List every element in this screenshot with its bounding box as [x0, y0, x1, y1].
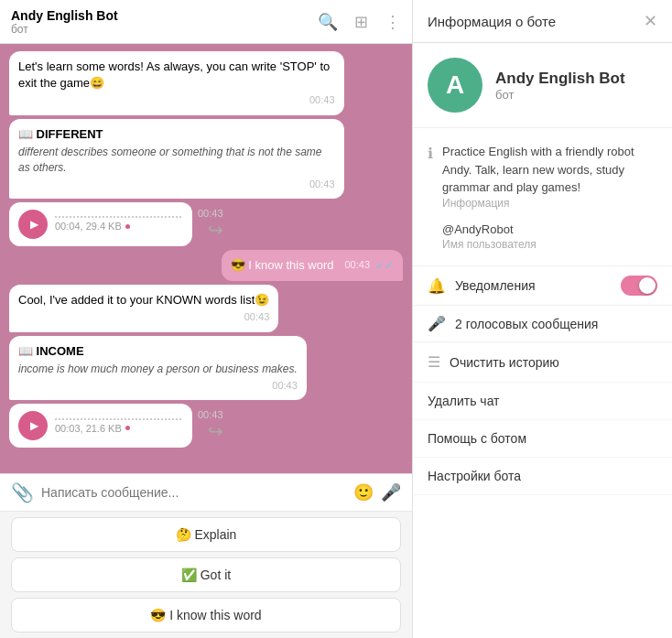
header-icons: 🔍 ⊞ ⋮	[318, 12, 401, 32]
close-button[interactable]: ✕	[644, 11, 657, 31]
word-title: 📖 DIFFERENT	[18, 126, 335, 143]
forward-icon-2[interactable]: ↪	[208, 420, 223, 442]
bot-description-section: ℹ Practice English with a friendly robot…	[413, 128, 672, 266]
description-content: Practice English with a friendly robot A…	[442, 143, 657, 210]
word-bubble: 📖 DIFFERENT different describes someone …	[9, 119, 344, 199]
message-time: 00:43	[18, 379, 298, 393]
description-row: ℹ Practice English with a friendly robot…	[428, 137, 657, 215]
message-time: 00:43	[18, 178, 335, 191]
bot-role: бот	[495, 88, 625, 102]
menu-item-label: Настройки бота	[428, 469, 521, 483]
chat-panel: Andy English Bot бот 🔍 ⊞ ⋮ Let's learn s…	[0, 0, 412, 638]
menu-item-delete[interactable]: Удалить чат	[413, 383, 672, 420]
bot-info-panel: Информация о боте ✕ A Andy English Bot б…	[412, 0, 672, 638]
audio-meta: 00:04, 29.4 KB	[55, 221, 183, 232]
list-icon: ☰	[428, 353, 440, 371]
message-input-area: 📎 🙂 🎤	[0, 473, 412, 511]
chat-bot-status: бот	[11, 23, 118, 36]
username-content: @AndyRobot Имя пользователя	[442, 221, 537, 252]
notifications-toggle[interactable]	[621, 276, 657, 296]
message-time: 00:43	[18, 93, 335, 107]
emoji-icon[interactable]: 🙂	[353, 482, 374, 503]
audio-duration: 00:04, 29.4 KB	[55, 221, 122, 232]
word-definition: different describes someone or something…	[18, 145, 335, 176]
avatar-letter: A	[446, 70, 464, 100]
header-title-area: Andy English Bot бот	[11, 8, 118, 36]
notifications-label: Уведомления	[455, 278, 536, 293]
menu-item-help[interactable]: Помощь с ботом	[413, 420, 672, 458]
audio-duration-2: 00:03, 21.6 KB	[55, 423, 122, 434]
menu-item-label: Очистить историю	[450, 355, 559, 370]
bot-menu-section: ☰ Очистить историю Удалить чат Помощь с …	[413, 342, 672, 495]
menu-item-label: Помощь с ботом	[428, 431, 526, 446]
voice-messages-row: 🎤 2 голосовых сообщения	[413, 306, 672, 342]
description-label: Информация	[442, 197, 657, 210]
username-label: Имя пользователя	[442, 238, 537, 251]
audio-play-button[interactable]: ▶	[18, 210, 48, 239]
forward-icon[interactable]: ↪	[208, 219, 223, 241]
message-bubble: Let's learn some words! As always, you c…	[9, 51, 344, 115]
chat-bot-name: Andy English Bot	[11, 8, 118, 23]
menu-item-settings[interactable]: Настройки бота	[413, 458, 672, 495]
message-text: Let's learn some words! As always, you c…	[18, 59, 330, 90]
bot-username: @AndyRobot	[442, 221, 537, 239]
waveform-visual-2	[55, 418, 183, 420]
audio-message-row: ▶ 00:04, 29.4 KB 00:43 ↪	[9, 202, 223, 246]
message-bubble: Cool, I've added it to your KNOWN words …	[9, 285, 278, 332]
audio-time: 00:43	[198, 208, 223, 219]
message-text: 😎 I know this word	[231, 257, 334, 274]
bell-icon: 🔔	[428, 277, 446, 295]
play-icon: ▶	[30, 218, 38, 231]
audio-dot	[125, 224, 130, 229]
audio-message-row-2: ▶ 00:03, 21.6 KB 00:43 ↪	[9, 404, 223, 448]
right-panel-title: Информация о боте	[428, 14, 556, 29]
layout-icon[interactable]: ⊞	[354, 12, 368, 32]
word-definition: income is how much money a person or bus…	[18, 362, 298, 377]
bot-description: Practice English with a friendly robot A…	[442, 143, 657, 197]
message-text: Cool, I've added it to your KNOWN words …	[18, 293, 269, 307]
info-icon: ℹ	[428, 145, 433, 162]
audio-bubble-2: ▶ 00:03, 21.6 KB	[9, 404, 192, 448]
more-icon[interactable]: ⋮	[385, 12, 401, 32]
audio-waveform-area-2: 00:03, 21.6 KB	[55, 418, 183, 434]
attach-icon[interactable]: 📎	[11, 481, 34, 503]
audio-meta-2: 00:03, 21.6 KB	[55, 423, 183, 434]
read-tick: ✓✓	[375, 258, 394, 274]
bot-display-name: Andy English Bot	[495, 70, 625, 88]
username-row: ℹ @AndyRobot Имя пользователя	[428, 215, 657, 257]
bot-profile: A Andy English Bot бот	[413, 43, 672, 128]
quick-reply-area: 🤔 Explain ✅ Got it 😎 I know this word	[0, 511, 412, 638]
audio-dot-2	[125, 426, 130, 430]
menu-item-clear[interactable]: ☰ Очистить историю	[413, 342, 672, 383]
notifications-left: 🔔 Уведомления	[428, 277, 536, 295]
bot-name-area: Andy English Bot бот	[495, 70, 625, 102]
menu-item-label: Удалить чат	[428, 394, 500, 408]
word-bubble: 📖 INCOME income is how much money a pers…	[9, 336, 307, 400]
quick-reply-iknow[interactable]: 😎 I know this word	[11, 598, 401, 633]
microphone-info-icon: 🎤	[428, 315, 446, 332]
outgoing-message: 😎 I know this word 00:43 ✓✓	[222, 250, 403, 281]
voice-count: 2 голосовых сообщения	[455, 317, 598, 331]
microphone-icon[interactable]: 🎤	[381, 482, 401, 503]
audio-time-2: 00:43	[198, 409, 223, 420]
waveform-visual	[55, 216, 183, 218]
chat-messages: Let's learn some words! As always, you c…	[0, 44, 412, 473]
username-spacer: ℹ	[428, 222, 433, 240]
audio-waveform-area: 00:04, 29.4 KB	[55, 216, 183, 232]
message-time: 00:43	[344, 258, 370, 272]
word-title: 📖 INCOME	[18, 343, 298, 360]
audio-bubble: ▶ 00:04, 29.4 KB	[9, 202, 192, 246]
notifications-row: 🔔 Уведомления	[413, 266, 672, 306]
search-icon[interactable]: 🔍	[318, 12, 338, 32]
play-icon-2: ▶	[30, 419, 38, 432]
quick-reply-explain[interactable]: 🤔 Explain	[11, 517, 401, 552]
audio-play-button-2[interactable]: ▶	[18, 411, 48, 440]
message-time: 00:43	[18, 310, 269, 324]
bot-avatar: A	[428, 58, 482, 113]
toggle-knob	[639, 277, 656, 294]
right-panel-header: Информация о боте ✕	[413, 0, 672, 43]
chat-header: Andy English Bot бот 🔍 ⊞ ⋮	[0, 0, 412, 44]
quick-reply-gotit[interactable]: ✅ Got it	[11, 557, 401, 592]
message-input[interactable]	[41, 485, 346, 500]
